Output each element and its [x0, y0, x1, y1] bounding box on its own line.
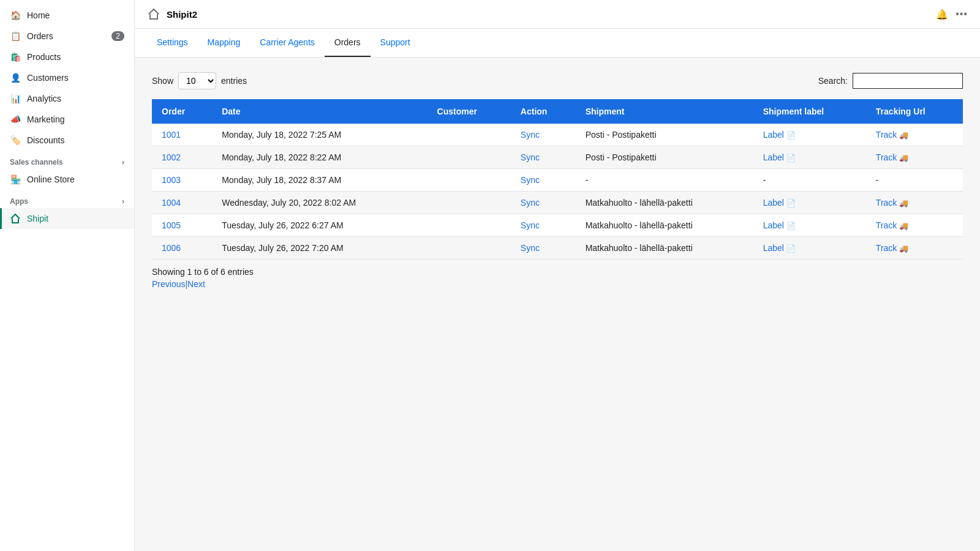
table-row: 1001 Monday, July 18, 2022 7:25 AM Sync …	[152, 124, 963, 146]
tab-carrier-agents[interactable]: Carrier Agents	[250, 29, 324, 57]
order-link[interactable]: 1001	[162, 130, 181, 140]
cell-action: Sync	[511, 146, 576, 169]
order-link[interactable]: 1003	[162, 175, 181, 185]
pagination-previous[interactable]: Previous	[152, 279, 185, 289]
cell-shipment: Posti - Postipaketti	[576, 146, 753, 169]
cell-date: Monday, July 18, 2022 8:22 AM	[212, 146, 427, 169]
label-link[interactable]: Label 📄	[763, 130, 796, 140]
label-link[interactable]: Label 📄	[763, 243, 796, 253]
sidebar-item-online-store[interactable]: 🏪 Online Store	[0, 169, 134, 190]
cell-action: Sync	[511, 237, 576, 260]
cell-label: Label 📄	[753, 237, 866, 260]
sync-link[interactable]: Sync	[521, 243, 540, 253]
store-icon: 🏪	[10, 174, 21, 185]
pagination-next[interactable]: Next	[187, 279, 205, 289]
sales-channels-chevron[interactable]: ›	[122, 158, 124, 167]
tab-settings[interactable]: Settings	[147, 29, 198, 57]
col-order: Order	[152, 99, 212, 124]
sidebar-item-label: Analytics	[27, 94, 61, 103]
sidebar-item-label: Online Store	[27, 174, 75, 184]
apps-chevron[interactable]: ›	[122, 197, 124, 206]
table-row: 1006 Tuesday, July 26, 2022 7:20 AM Sync…	[152, 237, 963, 260]
search-label: Search:	[818, 76, 848, 86]
cell-date: Wednesday, July 20, 2022 8:02 AM	[212, 192, 427, 214]
label-link[interactable]: Label 📄	[763, 220, 796, 230]
sidebar-item-marketing[interactable]: 📣 Marketing	[0, 109, 134, 130]
cell-track: Track 🚚	[866, 146, 963, 169]
truck-icon: 🚚	[899, 222, 908, 230]
track-link[interactable]: Track 🚚	[876, 198, 908, 208]
cell-order: 1003	[152, 169, 212, 192]
show-label: Show	[152, 76, 173, 86]
order-link[interactable]: 1004	[162, 198, 181, 208]
cell-shipment: -	[576, 169, 753, 192]
sales-channels-section: Sales channels ›	[0, 151, 134, 169]
tab-support[interactable]: Support	[371, 29, 420, 57]
truck-icon: 🚚	[899, 154, 908, 162]
cell-track: -	[866, 169, 963, 192]
tab-mapping[interactable]: Mapping	[198, 29, 251, 57]
cell-label: Label 📄	[753, 192, 866, 214]
sidebar-item-analytics[interactable]: 📊 Analytics	[0, 88, 134, 109]
sidebar-item-discounts[interactable]: 🏷️ Discounts	[0, 130, 134, 151]
table-header-row: Order Date Customer Action Shipment Ship…	[152, 99, 963, 124]
cell-customer	[428, 124, 511, 146]
label-icon: 📄	[786, 131, 796, 140]
sync-link[interactable]: Sync	[521, 130, 540, 140]
search-input[interactable]	[853, 73, 963, 89]
col-action: Action	[511, 99, 576, 124]
sync-link[interactable]: Sync	[521, 175, 540, 185]
label-link[interactable]: Label 📄	[763, 198, 796, 208]
cell-shipment: Matkahuolto - lähellä-paketti	[576, 214, 753, 237]
sync-link[interactable]: Sync	[521, 220, 540, 230]
sync-link[interactable]: Sync	[521, 152, 540, 162]
sidebar-item-orders[interactable]: 📋 Orders 2	[0, 26, 134, 47]
sidebar-item-shipit[interactable]: Shipit	[0, 208, 134, 229]
sidebar-item-home[interactable]: 🏠 Home	[0, 5, 134, 26]
cell-action: Sync	[511, 192, 576, 214]
track-link[interactable]: Track 🚚	[876, 220, 908, 230]
label-icon: 📄	[786, 222, 796, 230]
col-customer: Customer	[428, 99, 511, 124]
topbar: Shipit2 🔔 •••	[135, 0, 980, 29]
table-controls: Show 10 25 50 100 entries Search:	[152, 72, 963, 89]
sidebar-item-label: Customers	[27, 73, 69, 83]
order-link[interactable]: 1002	[162, 152, 181, 162]
cell-customer	[428, 237, 511, 260]
sync-link[interactable]: Sync	[521, 198, 540, 208]
label-icon: 📄	[786, 154, 796, 162]
entries-label: entries	[221, 76, 247, 86]
customers-icon: 👤	[10, 72, 21, 83]
search-box: Search:	[818, 73, 963, 89]
topbar-app-name: Shipit2	[167, 9, 197, 20]
sidebar-item-label: Discounts	[27, 135, 64, 145]
cell-customer	[428, 169, 511, 192]
discounts-icon: 🏷️	[10, 135, 21, 146]
entries-select[interactable]: 10 25 50 100	[178, 72, 216, 89]
cell-order: 1005	[152, 214, 212, 237]
track-link[interactable]: Track 🚚	[876, 130, 908, 140]
more-options-icon[interactable]: •••	[956, 9, 968, 20]
sidebar-item-products[interactable]: 🛍️ Products	[0, 47, 134, 67]
track-link[interactable]: Track 🚚	[876, 243, 908, 253]
cell-customer	[428, 214, 511, 237]
shipit-icon	[10, 213, 21, 224]
cell-customer	[428, 192, 511, 214]
marketing-icon: 📣	[10, 114, 21, 125]
orders-icon: 📋	[10, 31, 21, 42]
sidebar-item-customers[interactable]: 👤 Customers	[0, 67, 134, 88]
cell-track: Track 🚚	[866, 124, 963, 146]
truck-icon: 🚚	[899, 131, 908, 140]
sidebar-item-label: Home	[27, 10, 50, 20]
label-link[interactable]: Label 📄	[763, 152, 796, 162]
cell-track: Track 🚚	[866, 214, 963, 237]
tab-orders[interactable]: Orders	[325, 29, 371, 57]
order-link[interactable]: 1006	[162, 243, 181, 253]
cell-order: 1001	[152, 124, 212, 146]
notification-icon[interactable]: 🔔	[936, 9, 948, 20]
order-link[interactable]: 1005	[162, 220, 181, 230]
tabs-bar: Settings Mapping Carrier Agents Orders S…	[135, 29, 980, 58]
track-link[interactable]: Track 🚚	[876, 152, 908, 162]
main-content: Shipit2 🔔 ••• Settings Mapping Carrier A…	[135, 0, 980, 551]
topbar-actions: 🔔 •••	[936, 9, 968, 20]
